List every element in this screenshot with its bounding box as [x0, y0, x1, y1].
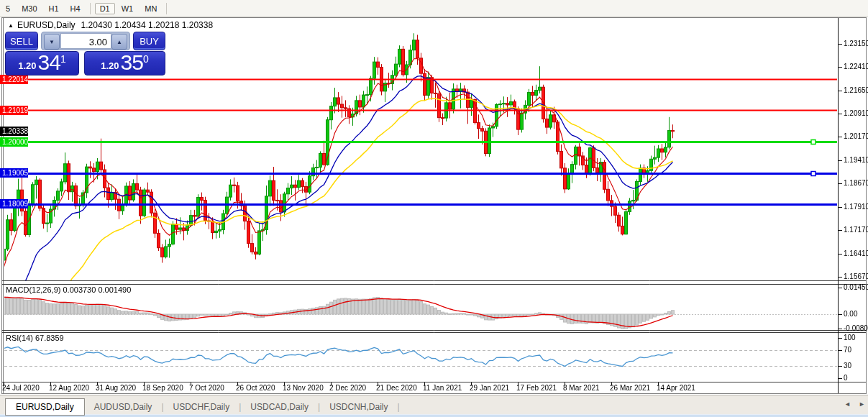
volume-input[interactable] — [60, 33, 111, 49]
ohlc-values: 1.20430 1.20434 1.20218 1.20338 — [81, 20, 214, 30]
sell-price-pips: 34 — [38, 52, 60, 73]
sell-price-display[interactable]: 1.20341 — [5, 51, 79, 75]
buy-price-bigfigure: 1.20 — [101, 59, 119, 73]
timeframe-button-5[interactable]: 5 — [1, 3, 15, 14]
buy-price-pips: 35 — [121, 52, 143, 73]
tab-audusd[interactable]: AUDUSD,Daily — [85, 402, 162, 412]
timeframe-button-w1[interactable]: W1 — [117, 3, 139, 14]
buy-price-point: 0 — [143, 54, 149, 64]
volume-decrease-icon[interactable]: ▼ — [44, 34, 60, 50]
tab-usdcnh[interactable]: USDCNH,Daily — [320, 402, 397, 412]
timeframe-button-m30[interactable]: M30 — [17, 3, 42, 14]
tab-eurusd[interactable]: EURUSD,Daily — [5, 398, 85, 416]
one-click-trade-panel: SELL ▼ ▲ BUY 1.20341 1.20350 — [5, 32, 165, 75]
buy-price-display[interactable]: 1.20350 — [84, 51, 165, 75]
sell-price-point: 1 — [60, 54, 66, 64]
volume-increase-icon[interactable]: ▲ — [111, 34, 127, 50]
timeframe-toolbar: 5M30H1H4D1W1MN — [0, 0, 868, 17]
tab-scroll-left-icon[interactable]: ◄ — [844, 400, 851, 408]
symbol-period-label: EURUSD,Daily — [17, 20, 76, 30]
tab-usdchf[interactable]: USDCHF,Daily — [164, 402, 239, 412]
timeframe-button-h4[interactable]: H4 — [65, 3, 86, 14]
chart-tab-bar: EURUSD,DailyAUDUSD,Daily|USDCHF,Daily|US… — [0, 395, 868, 417]
toolbar-separator — [90, 3, 91, 14]
tab-separator: | — [397, 402, 399, 412]
chart-title: ▲EURUSD,Daily1.20430 1.20434 1.20218 1.2… — [8, 20, 213, 30]
tab-usdcad[interactable]: USDCAD,Daily — [241, 402, 318, 412]
timeframe-button-h1[interactable]: H1 — [44, 3, 64, 14]
sell-button[interactable]: SELL — [5, 32, 38, 50]
timeframe-button-mn[interactable]: MN — [140, 3, 162, 14]
tab-scroll-right-icon[interactable]: ► — [859, 400, 865, 408]
toolbar-separator — [166, 3, 167, 14]
sell-price-bigfigure: 1.20 — [18, 59, 36, 73]
timeframe-button-d1[interactable]: D1 — [95, 3, 115, 14]
volume-stepper: ▼ ▲ — [41, 32, 130, 50]
tabbar-bottom-strip — [0, 414, 868, 417]
collapse-triangle-icon[interactable]: ▲ — [8, 22, 14, 29]
buy-button[interactable]: BUY — [133, 32, 165, 50]
